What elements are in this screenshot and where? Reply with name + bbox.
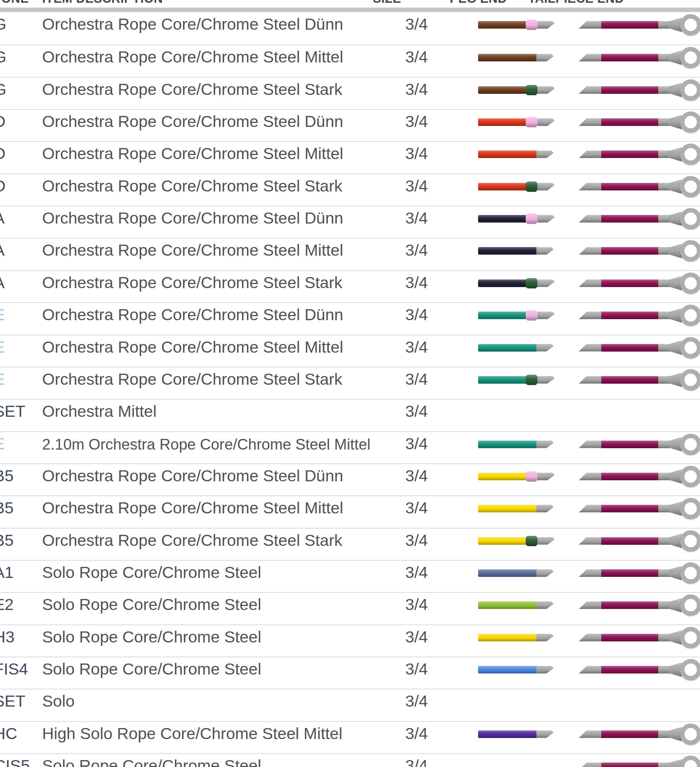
tone-label[interactable]: HC [0,725,17,742]
table-row: SET Orchestra Mittel 3/4 [0,399,700,431]
item-description-link[interactable]: Orchestra Rope Core/Chrome Steel Stark [42,274,343,291]
tone-label[interactable]: E [0,371,5,387]
tone-label[interactable]: H3 [0,629,14,645]
tone-label[interactable]: E2 [0,596,14,613]
item-description-link[interactable]: Solo [42,693,75,709]
tone-label[interactable]: B5 [0,500,14,516]
size-value: 3/4 [405,210,428,226]
table-row: H3 Solo Rope Core/Chrome Steel 3/4 [0,624,700,657]
peg-metal-tip-icon [537,312,555,319]
item-description-link[interactable]: Solo Rope Core/Chrome Steel [42,661,261,677]
table-row: SET Solo 3/4 [0,689,700,721]
tone-label[interactable]: G [0,16,6,32]
item-description-link[interactable]: Orchestra Rope Core/Chrome Steel Mittel [42,49,343,65]
table-row: A1 Solo Rope Core/Chrome Steel 3/4 [0,560,700,592]
item-description-link[interactable]: Orchestra Rope Core/Chrome Steel Mittel [42,500,343,516]
tail-loop-ring-icon [680,562,700,584]
tail-metal-tip-icon [579,280,602,287]
tone-label[interactable]: E [0,435,5,452]
tailpiece-end-graphic [579,78,700,110]
peg-string-bar [478,21,527,29]
size-value: 3/4 [405,661,428,677]
peg-end-graphic [478,78,557,110]
item-description-link[interactable]: Orchestra Rope Core/Chrome Steel Mittel [42,339,343,355]
item-description-link[interactable]: Solo Rope Core/Chrome Steel [42,757,261,767]
tone-label[interactable]: A [0,242,5,258]
table-row: E Orchestra Rope Core/Chrome Steel Mitte… [0,335,700,367]
table-row: E Orchestra Rope Core/Chrome Steel Stark… [0,367,700,399]
tone-label[interactable]: SET [0,403,25,419]
peg-end-graphic [478,206,557,239]
item-description-link[interactable]: Orchestra Mittel [42,403,157,419]
string-chart-page: TONE ITEM DESCRIPTION SIZE PEG END TAILP… [0,0,700,767]
tone-label[interactable]: D [0,178,6,194]
item-description-link[interactable]: Orchestra Rope Core/Chrome Steel Dünn [42,210,343,226]
item-description-link[interactable]: Orchestra Rope Core/Chrome Steel Dünn [42,468,343,484]
item-description-link[interactable]: Orchestra Rope Core/Chrome Steel Dünn [42,113,343,129]
table-row: A Orchestra Rope Core/Chrome Steel Mitte… [0,238,700,270]
tail-loop-ring-icon [680,369,700,391]
item-description-link[interactable]: Orchestra Rope Core/Chrome Steel Mittel [42,145,343,161]
peg-string-bar [478,215,527,223]
tail-metal-tip-icon [579,666,602,673]
tail-color-band [601,473,659,480]
item-description-link[interactable]: Orchestra Rope Core/Chrome Steel Stark [42,178,343,194]
tailpiece-end-graphic [579,239,700,271]
tail-metal-segment [658,505,670,512]
item-description-link[interactable]: Orchestra Rope Core/Chrome Steel Stark [42,81,343,97]
tail-loop-ring-icon [680,111,700,133]
tone-label[interactable]: CIS5 [0,757,30,767]
tone-label[interactable]: G [0,49,6,65]
tone-label[interactable]: A [0,210,5,226]
tail-metal-tip-icon [579,86,602,94]
tail-color-band [601,602,659,609]
item-description-link[interactable]: Orchestra Rope Core/Chrome Steel Dünn [42,306,343,323]
tail-metal-tip-icon [579,54,602,61]
tone-label[interactable]: G [0,81,6,97]
tail-color-band [601,183,659,191]
item-description-link[interactable]: Orchestra Rope Core/Chrome Steel Dünn [42,16,343,32]
tone-label[interactable]: B5 [0,468,14,484]
gauge-band-icon [526,20,537,30]
tail-metal-tip-icon [579,376,602,384]
peg-end-graphic [478,142,557,174]
item-description-link[interactable]: Orchestra Rope Core/Chrome Steel Stark [42,371,343,387]
tone-label[interactable]: B5 [0,532,14,548]
peg-end-graphic [478,13,557,45]
peg-metal-tip-icon [537,537,555,545]
item-description-link[interactable]: 2.10m Orchestra Rope Core/Chrome Steel M… [42,436,370,452]
tone-label[interactable]: A1 [0,564,14,580]
item-description-link[interactable]: Orchestra Rope Core/Chrome Steel Stark [42,532,343,548]
peg-metal-tip-icon [536,602,554,609]
tail-metal-tip-icon [579,505,602,512]
peg-end-graphic [478,110,557,142]
tone-label[interactable]: FIS4 [0,661,28,677]
tone-label[interactable]: E [0,306,5,323]
item-description-link[interactable]: Solo Rope Core/Chrome Steel [42,564,261,580]
tail-metal-tip-icon [579,762,602,767]
tailpiece-end-graphic [579,335,700,368]
peg-end-graphic [478,335,557,368]
size-value: 3/4 [405,435,428,452]
item-description-link[interactable]: Solo Rope Core/Chrome Steel [42,596,261,613]
tail-metal-segment [658,376,670,384]
tone-label[interactable]: A [0,274,5,291]
tail-metal-segment [658,86,670,94]
peg-end-graphic [478,271,557,303]
peg-end-graphic [478,593,557,625]
tone-label[interactable]: D [0,113,6,129]
table-row: G Orchestra Rope Core/Chrome Steel Dünn … [0,13,700,45]
tail-loop-ring-icon [680,240,700,261]
item-description-link[interactable]: Solo Rope Core/Chrome Steel [42,629,261,645]
tail-color-band [601,634,659,641]
tone-label[interactable]: D [0,145,6,161]
tone-label[interactable]: E [0,339,5,355]
item-description-link[interactable]: High Solo Rope Core/Chrome Steel Mittel [42,725,343,742]
item-description-link[interactable]: Orchestra Rope Core/Chrome Steel Mittel [42,242,343,258]
peg-string-bar [478,634,536,641]
tail-color-band [601,54,659,61]
peg-metal-tip-icon [536,666,554,673]
tone-label[interactable]: SET [0,693,25,709]
tail-metal-segment [658,666,670,673]
tail-metal-segment [658,441,670,448]
